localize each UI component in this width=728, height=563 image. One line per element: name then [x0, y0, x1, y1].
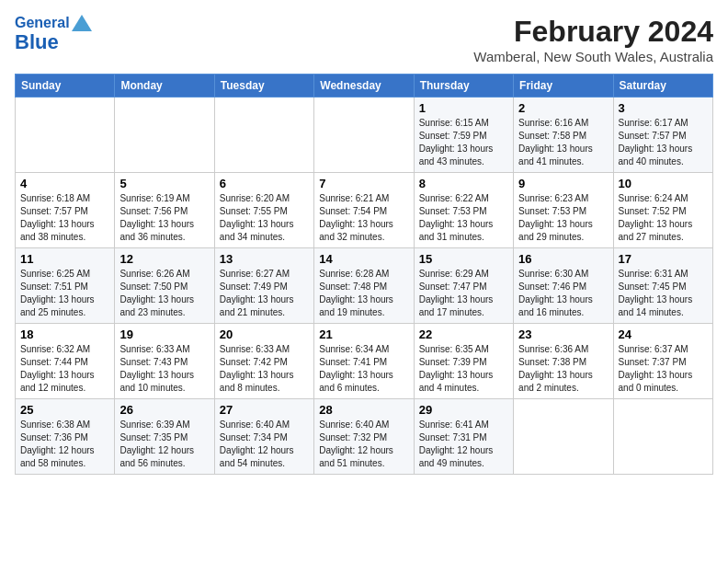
day-info: Sunrise: 6:22 AM Sunset: 7:53 PM Dayligh… [419, 192, 508, 244]
day-number: 19 [119, 327, 209, 341]
day-number: 28 [319, 403, 408, 417]
day-number: 5 [119, 177, 209, 190]
day-number: 4 [20, 177, 109, 190]
calendar-cell: 7Sunrise: 6:21 AM Sunset: 7:54 PM Daylig… [314, 173, 414, 248]
day-number: 25 [20, 403, 109, 417]
header-saturday: Saturday [613, 75, 712, 98]
header-wednesday: Wednesday [314, 75, 414, 98]
calendar-cell [214, 98, 313, 173]
calendar-cell: 9Sunrise: 6:23 AM Sunset: 7:53 PM Daylig… [514, 173, 613, 248]
day-info: Sunrise: 6:34 AM Sunset: 7:41 PM Dayligh… [319, 343, 408, 395]
day-info: Sunrise: 6:30 AM Sunset: 7:46 PM Dayligh… [518, 268, 608, 319]
day-info: Sunrise: 6:21 AM Sunset: 7:54 PM Dayligh… [319, 192, 408, 244]
calendar-cell: 18Sunrise: 6:32 AM Sunset: 7:44 PM Dayli… [16, 324, 115, 399]
week-row-4: 25Sunrise: 6:38 AM Sunset: 7:36 PM Dayli… [16, 399, 713, 475]
day-info: Sunrise: 6:36 AM Sunset: 7:38 PM Dayligh… [518, 343, 608, 395]
calendar-cell [613, 399, 712, 475]
header-sunday: Sunday [16, 75, 115, 98]
calendar-cell: 13Sunrise: 6:27 AM Sunset: 7:49 PM Dayli… [214, 248, 313, 324]
day-number: 3 [619, 101, 708, 115]
calendar-cell [16, 98, 115, 173]
day-number: 6 [220, 177, 309, 190]
calendar-cell: 20Sunrise: 6:33 AM Sunset: 7:42 PM Dayli… [214, 324, 313, 399]
week-row-3: 18Sunrise: 6:32 AM Sunset: 7:44 PM Dayli… [16, 324, 713, 399]
day-info: Sunrise: 6:24 AM Sunset: 7:52 PM Dayligh… [619, 192, 708, 244]
calendar-cell: 15Sunrise: 6:29 AM Sunset: 7:47 PM Dayli… [414, 248, 513, 324]
calendar-table: SundayMondayTuesdayWednesdayThursdayFrid… [15, 74, 713, 475]
day-number: 10 [619, 177, 708, 190]
day-number: 23 [518, 327, 608, 341]
calendar-cell: 12Sunrise: 6:26 AM Sunset: 7:50 PM Dayli… [115, 248, 214, 324]
day-number: 11 [20, 252, 109, 266]
day-number: 26 [119, 403, 209, 417]
week-row-1: 4Sunrise: 6:18 AM Sunset: 7:57 PM Daylig… [16, 173, 713, 248]
day-number: 2 [518, 101, 608, 115]
day-info: Sunrise: 6:33 AM Sunset: 7:43 PM Dayligh… [119, 343, 209, 395]
day-info: Sunrise: 6:23 AM Sunset: 7:53 PM Dayligh… [518, 192, 608, 244]
day-number: 24 [619, 327, 708, 341]
day-info: Sunrise: 6:31 AM Sunset: 7:45 PM Dayligh… [619, 268, 708, 319]
calendar-cell [115, 98, 214, 173]
calendar-cell: 29Sunrise: 6:41 AM Sunset: 7:31 PM Dayli… [414, 399, 513, 475]
day-number: 21 [319, 327, 408, 341]
header-friday: Friday [514, 75, 613, 98]
calendar-cell: 14Sunrise: 6:28 AM Sunset: 7:48 PM Dayli… [314, 248, 414, 324]
calendar-cell: 5Sunrise: 6:19 AM Sunset: 7:56 PM Daylig… [115, 173, 214, 248]
calendar-cell: 8Sunrise: 6:22 AM Sunset: 7:53 PM Daylig… [414, 173, 513, 248]
header-monday: Monday [115, 75, 214, 98]
day-info: Sunrise: 6:16 AM Sunset: 7:58 PM Dayligh… [518, 117, 608, 168]
day-info: Sunrise: 6:32 AM Sunset: 7:44 PM Dayligh… [20, 343, 109, 395]
calendar-cell: 2Sunrise: 6:16 AM Sunset: 7:58 PM Daylig… [514, 98, 613, 173]
calendar-cell: 21Sunrise: 6:34 AM Sunset: 7:41 PM Dayli… [314, 324, 414, 399]
logo-icon [72, 15, 92, 31]
week-row-2: 11Sunrise: 6:25 AM Sunset: 7:51 PM Dayli… [16, 248, 713, 324]
calendar-cell: 19Sunrise: 6:33 AM Sunset: 7:43 PM Dayli… [115, 324, 214, 399]
day-info: Sunrise: 6:40 AM Sunset: 7:32 PM Dayligh… [319, 419, 408, 470]
calendar-cell [514, 399, 613, 475]
week-row-0: 1Sunrise: 6:15 AM Sunset: 7:59 PM Daylig… [16, 98, 713, 173]
day-info: Sunrise: 6:39 AM Sunset: 7:35 PM Dayligh… [119, 419, 209, 470]
calendar-header-row: SundayMondayTuesdayWednesdayThursdayFrid… [16, 75, 713, 98]
day-number: 27 [220, 403, 309, 417]
calendar-cell: 23Sunrise: 6:36 AM Sunset: 7:38 PM Dayli… [514, 324, 613, 399]
day-info: Sunrise: 6:41 AM Sunset: 7:31 PM Dayligh… [419, 419, 508, 470]
day-number: 17 [619, 252, 708, 266]
day-info: Sunrise: 6:35 AM Sunset: 7:39 PM Dayligh… [419, 343, 508, 395]
header-tuesday: Tuesday [214, 75, 313, 98]
day-number: 14 [319, 252, 408, 266]
calendar-cell: 3Sunrise: 6:17 AM Sunset: 7:57 PM Daylig… [613, 98, 712, 173]
month-title: February 2024 [473, 15, 713, 49]
day-number: 8 [419, 177, 508, 190]
calendar-cell: 16Sunrise: 6:30 AM Sunset: 7:46 PM Dayli… [514, 248, 613, 324]
calendar-cell [314, 98, 414, 173]
calendar-cell: 26Sunrise: 6:39 AM Sunset: 7:35 PM Dayli… [115, 399, 214, 475]
calendar-cell: 4Sunrise: 6:18 AM Sunset: 7:57 PM Daylig… [16, 173, 115, 248]
day-number: 12 [119, 252, 209, 266]
day-info: Sunrise: 6:38 AM Sunset: 7:36 PM Dayligh… [20, 419, 109, 470]
logo: General Blue [15, 15, 92, 53]
location: Wamberal, New South Wales, Australia [473, 49, 713, 64]
header: General Blue February 2024 Wamberal, New… [15, 15, 713, 64]
day-info: Sunrise: 6:29 AM Sunset: 7:47 PM Dayligh… [419, 268, 508, 319]
day-info: Sunrise: 6:28 AM Sunset: 7:48 PM Dayligh… [319, 268, 408, 319]
day-number: 15 [419, 252, 508, 266]
day-info: Sunrise: 6:26 AM Sunset: 7:50 PM Dayligh… [119, 268, 209, 319]
logo-blue: Blue [15, 31, 92, 53]
day-info: Sunrise: 6:19 AM Sunset: 7:56 PM Dayligh… [119, 192, 209, 244]
day-info: Sunrise: 6:27 AM Sunset: 7:49 PM Dayligh… [220, 268, 309, 319]
day-number: 18 [20, 327, 109, 341]
day-info: Sunrise: 6:25 AM Sunset: 7:51 PM Dayligh… [20, 268, 109, 319]
day-info: Sunrise: 6:33 AM Sunset: 7:42 PM Dayligh… [220, 343, 309, 395]
header-thursday: Thursday [414, 75, 513, 98]
day-info: Sunrise: 6:18 AM Sunset: 7:57 PM Dayligh… [20, 192, 109, 244]
day-number: 13 [220, 252, 309, 266]
day-number: 9 [518, 177, 608, 190]
day-info: Sunrise: 6:15 AM Sunset: 7:59 PM Dayligh… [419, 117, 508, 168]
calendar-cell: 28Sunrise: 6:40 AM Sunset: 7:32 PM Dayli… [314, 399, 414, 475]
day-info: Sunrise: 6:17 AM Sunset: 7:57 PM Dayligh… [619, 117, 708, 168]
day-number: 1 [419, 101, 508, 115]
day-number: 20 [220, 327, 309, 341]
day-number: 7 [319, 177, 408, 190]
calendar-cell: 22Sunrise: 6:35 AM Sunset: 7:39 PM Dayli… [414, 324, 513, 399]
day-info: Sunrise: 6:20 AM Sunset: 7:55 PM Dayligh… [220, 192, 309, 244]
